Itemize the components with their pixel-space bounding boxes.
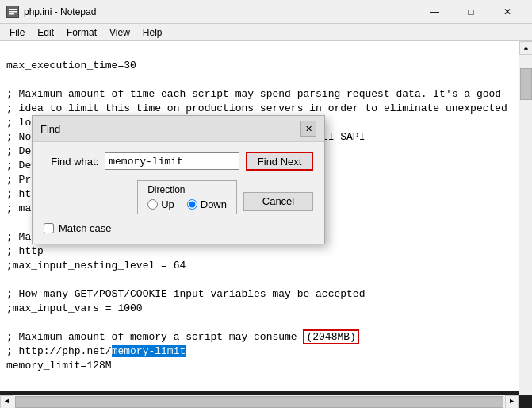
window-controls: — □ ✕ bbox=[416, 0, 526, 24]
match-case-label: Match case bbox=[59, 222, 111, 234]
scroll-up-button[interactable]: ▲ bbox=[519, 41, 532, 55]
down-radio[interactable] bbox=[187, 199, 197, 210]
up-radio-label[interactable]: Up bbox=[147, 198, 174, 210]
scroll-right-button[interactable]: ► bbox=[505, 395, 519, 409]
match-case-checkbox[interactable] bbox=[44, 223, 54, 233]
find-dialog: Find ✕ Find what: Find Next Direction Up bbox=[32, 115, 325, 244]
line-15: ;max_input_nesting_level = 64 bbox=[6, 260, 186, 271]
maximize-button[interactable]: □ bbox=[453, 0, 489, 24]
menu-help[interactable]: Help bbox=[136, 25, 169, 40]
line-4: ; idea to limit this time on productions… bbox=[6, 102, 507, 114]
menu-edit[interactable]: Edit bbox=[31, 25, 60, 40]
find-what-label: Find what: bbox=[44, 156, 98, 167]
cancel-button[interactable]: Cancel bbox=[243, 192, 313, 211]
app-icon bbox=[6, 6, 19, 18]
svg-rect-3 bbox=[9, 13, 14, 15]
line-18: ;max_input_vars = 1000 bbox=[6, 302, 143, 314]
scrollbar-vertical[interactable]: ▲ bbox=[519, 41, 532, 395]
scroll-thumb[interactable] bbox=[520, 68, 532, 100]
down-label: Down bbox=[201, 198, 227, 210]
line-17: ; How many GET/POST/COOKIE input variabl… bbox=[6, 288, 365, 300]
line-1: max_execution_time=30 bbox=[6, 60, 136, 71]
find-next-button[interactable]: Find Next bbox=[246, 152, 313, 171]
line-22: memory_limit=128M bbox=[6, 360, 112, 371]
scroll-left-button[interactable]: ◄ bbox=[0, 395, 13, 409]
find-close-button[interactable]: ✕ bbox=[300, 121, 316, 137]
svg-rect-1 bbox=[9, 9, 17, 10]
up-label: Up bbox=[161, 198, 174, 210]
h-scroll-thumb[interactable] bbox=[15, 396, 503, 408]
menu-view[interactable]: View bbox=[103, 25, 136, 40]
down-radio-label[interactable]: Down bbox=[187, 198, 227, 210]
up-radio[interactable] bbox=[147, 199, 158, 210]
line-14: ; http bbox=[6, 245, 44, 257]
find-dialog-title: Find bbox=[40, 123, 300, 135]
title-bar: php.ini - Notepad — □ ✕ bbox=[0, 0, 532, 24]
direction-label: Direction bbox=[147, 184, 185, 195]
match-case-row: Match case bbox=[44, 222, 313, 234]
direction-cancel-row: Direction Up Down Cancel bbox=[44, 177, 313, 217]
find-dialog-body: Find what: Find Next Direction Up Down bbox=[33, 142, 324, 244]
find-dialog-title-bar: Find ✕ bbox=[33, 116, 324, 142]
menu-bar: File Edit Format View Help bbox=[0, 24, 532, 41]
menu-file[interactable]: File bbox=[3, 25, 31, 40]
window-title: php.ini - Notepad bbox=[24, 6, 416, 17]
menu-format[interactable]: Format bbox=[60, 25, 103, 40]
line-21: ; http://php.net/memory-limit bbox=[6, 345, 186, 357]
line-3: ; Maximum amount of time each script may… bbox=[6, 88, 501, 100]
direction-options: Up Down bbox=[147, 198, 227, 210]
find-what-row: Find what: Find Next bbox=[44, 152, 313, 171]
find-what-input[interactable] bbox=[105, 152, 239, 170]
direction-group: Direction Up Down bbox=[137, 180, 237, 214]
highlighted-value: (2048MB) bbox=[303, 329, 358, 344]
line-20: ; Maximum amount of memory a script may … bbox=[6, 329, 359, 344]
close-button[interactable]: ✕ bbox=[489, 0, 526, 24]
highlighted-search-term: memory-limit bbox=[112, 345, 186, 357]
svg-rect-2 bbox=[9, 11, 17, 13]
line-24: ;;;;;;;;;;;;;;;;;;;;;;;;;;;;; bbox=[6, 388, 186, 391]
scrollbar-horizontal[interactable]: ◄ ► bbox=[0, 395, 519, 408]
minimize-button[interactable]: — bbox=[416, 0, 453, 24]
